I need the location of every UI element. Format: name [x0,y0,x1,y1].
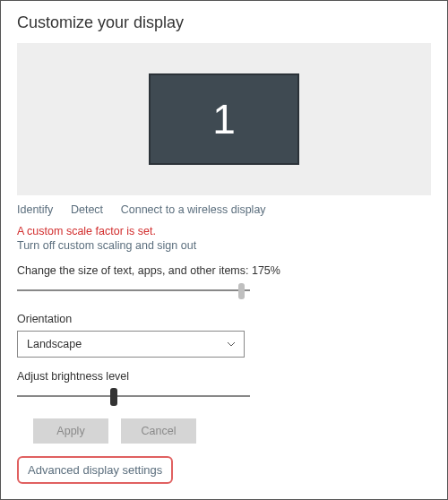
connect-wireless-display-link[interactable]: Connect to a wireless display [121,203,266,216]
orientation-value: Landscape [27,338,82,350]
scale-label: Change the size of text, apps, and other… [17,264,431,277]
detect-link[interactable]: Detect [71,203,103,216]
turn-off-scaling-link[interactable]: Turn off custom scaling and sign out [17,239,431,252]
apply-button[interactable]: Apply [33,418,108,444]
brightness-slider-thumb[interactable] [110,388,117,406]
scale-slider-thumb[interactable] [238,283,245,299]
slider-track [17,289,250,291]
custom-scale-warning: A custom scale factor is set. [17,225,431,237]
orientation-label: Orientation [17,313,431,325]
apply-cancel-row: Apply Cancel [33,418,431,444]
scale-slider[interactable] [17,282,250,300]
display-link-row: Identify Detect Connect to a wireless di… [17,203,431,216]
monitor-tile-label: 1 [212,95,236,143]
monitor-tile-1[interactable]: 1 [149,73,299,165]
brightness-label: Adjust brightness level [17,370,431,383]
page-title: Customize your display [17,13,431,32]
brightness-slider[interactable] [17,388,250,406]
chevron-down-icon [226,339,237,349]
orientation-dropdown[interactable]: Landscape [17,331,245,358]
cancel-button[interactable]: Cancel [121,418,196,444]
display-preview-area: 1 [17,43,431,195]
advanced-display-settings-link[interactable]: Advanced display settings [17,456,173,484]
slider-track [17,395,250,397]
identify-link[interactable]: Identify [17,203,53,216]
